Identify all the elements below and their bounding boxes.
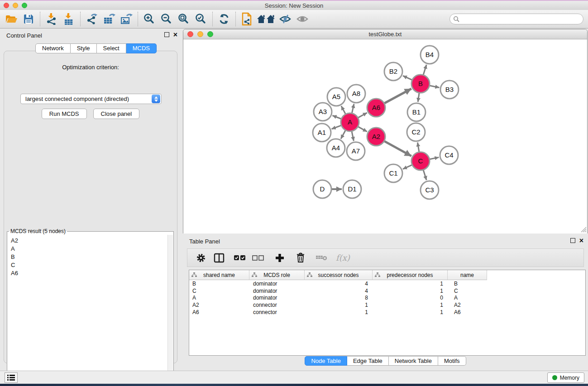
memory-button[interactable]: Memory [547, 372, 584, 383]
column-header-mcds-role[interactable]: MCDS role [249, 270, 305, 280]
table-row[interactable]: Bdominator41B [189, 280, 585, 287]
tab-edge-table[interactable]: Edge Table [347, 356, 389, 366]
table-row[interactable]: A2connector11A2 [189, 301, 585, 309]
graph-node-a7[interactable]: A7 [347, 142, 365, 160]
graph-node-d1[interactable]: D1 [343, 180, 361, 198]
export-image-button[interactable] [118, 11, 135, 27]
resize-grip-icon[interactable] [581, 227, 587, 233]
float-panel-icon[interactable] [164, 32, 169, 37]
column-header-shared-name[interactable]: shared name [189, 270, 249, 280]
home-button[interactable] [256, 11, 277, 27]
export-network-button[interactable] [83, 11, 100, 27]
column-header-successor-nodes[interactable]: successor nodes [305, 270, 373, 280]
graph-edge-c-c3[interactable] [423, 170, 426, 180]
graph-edge-a-a7[interactable] [352, 132, 354, 141]
criterion-select[interactable]: largest connected component (directed) [20, 94, 162, 104]
result-item[interactable]: A2 [8, 236, 167, 244]
table-float-panel-icon[interactable] [570, 238, 575, 243]
result-item[interactable]: B [8, 253, 167, 261]
delete-table-button[interactable] [313, 251, 330, 265]
graph-node-a3[interactable]: A3 [314, 103, 332, 121]
zoom-out-button[interactable] [158, 11, 175, 27]
column-header-predecessor-nodes[interactable]: predecessor nodes [373, 270, 448, 280]
result-item[interactable]: C [8, 261, 167, 269]
graph-node-a[interactable]: A [341, 113, 359, 131]
tab-select[interactable]: Select [97, 43, 126, 53]
run-mcds-button[interactable]: Run MCDS [42, 109, 87, 119]
graph-node-a4[interactable]: A4 [327, 139, 345, 157]
function-builder-button[interactable]: f(x) [336, 253, 350, 262]
save-session-button[interactable] [20, 11, 37, 27]
table-row[interactable]: Cdominator41C [189, 287, 585, 295]
result-item[interactable]: A [8, 244, 167, 253]
graph-node-a6[interactable]: A6 [367, 99, 385, 117]
graph-node-d[interactable]: D [313, 180, 331, 198]
import-table-button[interactable] [60, 11, 77, 27]
graph-edge-b-b4[interactable] [423, 65, 426, 75]
deselect-all-button[interactable] [250, 251, 266, 265]
task-history-button[interactable] [5, 372, 18, 383]
tab-mcds[interactable]: MCDS [126, 43, 157, 53]
graph-node-a1[interactable]: A1 [313, 124, 331, 142]
graph-node-c1[interactable]: C1 [384, 164, 402, 182]
graph-node-a8[interactable]: A8 [347, 85, 365, 103]
tab-motifs[interactable]: Motifs [438, 356, 466, 366]
result-item[interactable]: A6 [8, 269, 167, 277]
apply-layout-button[interactable] [215, 11, 233, 27]
graph-edge-a-a6[interactable] [358, 113, 367, 118]
graph-edge-b-b1[interactable] [418, 93, 419, 102]
network-file-button[interactable] [239, 11, 256, 27]
graph-edge-c-c4[interactable] [430, 157, 439, 159]
close-panel-button[interactable]: Close panel [93, 109, 140, 119]
graph-edge-a-a3[interactable] [332, 115, 341, 119]
graph-node-a5[interactable]: A5 [327, 88, 345, 106]
graph-node-b[interactable]: B [411, 75, 430, 93]
graph-node-c4[interactable]: C4 [440, 146, 458, 164]
zoom-in-button[interactable] [141, 11, 158, 27]
result-scrollbar[interactable] [167, 235, 173, 381]
graph-node-c3[interactable]: C3 [421, 181, 439, 199]
zoom-selected-button[interactable] [192, 11, 210, 27]
table-row[interactable]: A6connector11A6 [189, 309, 585, 316]
graph-edge-b-b3[interactable] [430, 86, 440, 87]
search-input[interactable] [459, 14, 583, 24]
tab-node-table[interactable]: Node Table [305, 356, 347, 366]
column-header-name[interactable]: name [448, 270, 487, 280]
graph-edge-c-c1[interactable] [403, 165, 412, 169]
table-settings-button[interactable] [193, 251, 209, 265]
select-all-button[interactable] [232, 251, 248, 265]
graph-edge-a-a4[interactable] [341, 130, 345, 138]
graph-edge-a6-b[interactable] [384, 89, 411, 103]
graph-edge-a-a8[interactable] [352, 104, 354, 113]
graph-edge-a-a1[interactable] [332, 125, 341, 129]
graph-node-a2[interactable]: A2 [367, 128, 385, 146]
import-network-button[interactable] [43, 11, 60, 27]
graph-node-b4[interactable]: B4 [421, 46, 439, 64]
table-row[interactable]: Adominator80A [189, 295, 585, 302]
create-column-button[interactable] [272, 251, 288, 265]
tab-network[interactable]: Network [35, 43, 71, 53]
table-close-panel-icon[interactable]: × [579, 238, 583, 243]
delete-column-button[interactable] [292, 251, 309, 265]
search-field[interactable] [449, 14, 583, 24]
open-session-button[interactable] [3, 11, 20, 27]
graph-edge-c-c2[interactable] [418, 143, 419, 152]
close-panel-icon[interactable]: × [173, 32, 177, 37]
graph-node-b3[interactable]: B3 [440, 81, 459, 99]
graph-node-b1[interactable]: B1 [407, 103, 425, 121]
export-table-button[interactable] [100, 11, 118, 27]
graph-edge-a-a5[interactable] [341, 106, 345, 114]
graph-edge-a2-c[interactable] [384, 141, 411, 156]
show-columns-button[interactable] [211, 251, 227, 265]
graph-node-c[interactable]: C [411, 152, 430, 170]
graph-node-c2[interactable]: C2 [407, 123, 425, 141]
tab-style[interactable]: Style [71, 43, 97, 53]
graph-edge-a-a2[interactable] [358, 127, 367, 132]
tab-network-table[interactable]: Network Table [389, 356, 438, 366]
zoom-fit-button[interactable] [175, 11, 192, 27]
graph-node-b2[interactable]: B2 [384, 62, 402, 81]
toggle-graphics-details-button[interactable] [277, 11, 294, 27]
birdseye-view-button[interactable] [294, 11, 311, 27]
network-canvas[interactable]: B4B2BB3A8A5A6A3B1AC2A1A2A4A7C4CC1C3DD1 [183, 39, 587, 234]
graph-edge-b-b2[interactable] [403, 76, 412, 80]
